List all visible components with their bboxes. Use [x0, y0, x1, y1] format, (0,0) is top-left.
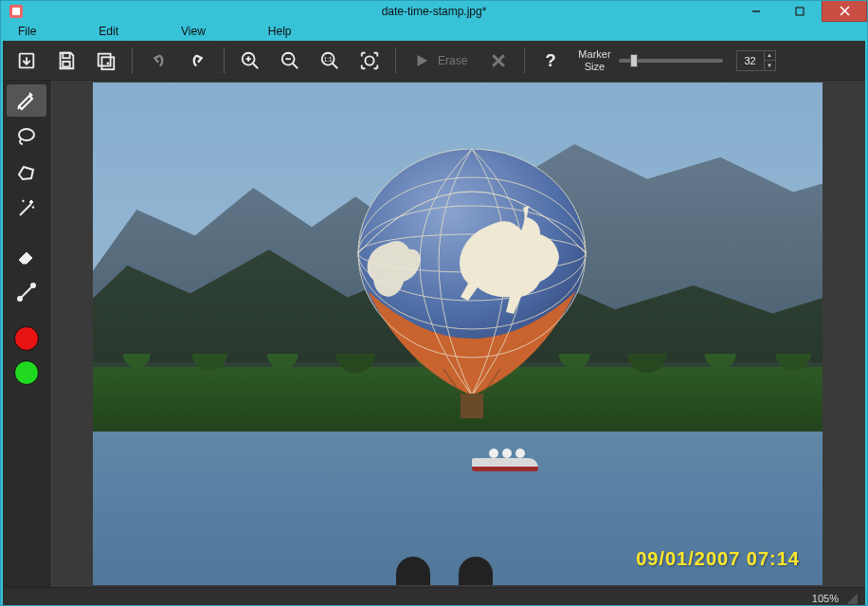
spinner-down[interactable]: ▼	[764, 61, 775, 70]
compare-button[interactable]	[88, 45, 124, 77]
close-button[interactable]	[822, 1, 867, 22]
main-toolbar: 1:1 Erase ? MarkerSize 32 ▲▼	[3, 41, 865, 81]
svg-rect-35	[461, 394, 483, 418]
resize-grip-icon[interactable]	[846, 593, 858, 604]
svg-point-28	[31, 284, 35, 287]
marker-size-value[interactable]: 32	[737, 51, 764, 70]
svg-rect-7	[63, 52, 69, 58]
save-button[interactable]	[48, 45, 84, 77]
menu-view[interactable]: View	[173, 22, 213, 41]
spinner-up[interactable]: ▲	[764, 51, 775, 62]
svg-line-29	[22, 287, 32, 298]
maximize-button[interactable]	[778, 1, 822, 22]
help-button[interactable]: ?	[533, 45, 569, 77]
zoom-level: 105%	[812, 593, 839, 604]
menu-edit[interactable]: Edit	[91, 22, 126, 41]
scene-foreground	[396, 557, 493, 585]
scene-balloon	[349, 149, 595, 433]
scene-boat	[472, 458, 538, 471]
undo-button[interactable]	[140, 45, 176, 77]
menu-help[interactable]: Help	[261, 22, 299, 41]
canvas-viewport[interactable]: 09/01/2007 07:14	[50, 81, 865, 587]
status-bar: 105%	[3, 587, 865, 606]
cancel-button[interactable]	[480, 45, 516, 77]
marker-size-slider[interactable]	[619, 59, 723, 63]
zoom-fit-button[interactable]	[352, 45, 388, 77]
marker-tool[interactable]	[7, 84, 46, 117]
image-timestamp: 09/01/2007 07:14	[636, 548, 800, 570]
svg-point-11	[106, 62, 109, 64]
color-green-swatch[interactable]	[14, 360, 39, 385]
image-canvas[interactable]: 09/01/2007 07:14	[93, 83, 823, 585]
zoom-actual-button[interactable]: 1:1	[312, 45, 348, 77]
svg-point-27	[18, 297, 22, 301]
title-bar: date-time-stamp.jpg*	[1, 1, 867, 22]
zoom-out-button[interactable]	[272, 45, 308, 77]
svg-rect-8	[63, 61, 69, 66]
open-button[interactable]	[9, 45, 45, 77]
lasso-tool[interactable]	[7, 120, 46, 153]
zoom-in-button[interactable]	[232, 45, 268, 77]
slider-thumb[interactable]	[630, 54, 638, 67]
polygon-tool[interactable]	[7, 156, 46, 189]
menu-file[interactable]: File	[10, 22, 44, 41]
redo-button[interactable]	[180, 45, 216, 77]
svg-line-20	[333, 63, 338, 68]
marker-size-label: MarkerSize	[578, 48, 610, 71]
erase-button[interactable]: Erase	[404, 45, 477, 77]
magic-wand-tool[interactable]	[7, 193, 46, 225]
svg-rect-1	[12, 8, 20, 15]
svg-point-26	[19, 129, 34, 140]
workspace: 09/01/2007 07:14	[3, 81, 865, 587]
svg-line-17	[293, 63, 298, 68]
window-controls	[734, 1, 867, 22]
menu-bar: File Edit View Help	[1, 22, 867, 41]
tool-sidebar	[3, 81, 50, 587]
svg-line-13	[253, 63, 259, 68]
color-red-swatch[interactable]	[14, 326, 39, 351]
svg-rect-3	[796, 8, 804, 15]
svg-text:1:1: 1:1	[324, 55, 333, 62]
line-tool[interactable]	[7, 276, 46, 308]
app-icon	[9, 4, 24, 19]
erase-label: Erase	[438, 54, 467, 67]
eraser-tool[interactable]	[7, 240, 46, 272]
svg-text:?: ?	[546, 51, 556, 70]
marker-size-spinner[interactable]: 32 ▲▼	[736, 50, 776, 71]
minimize-button[interactable]	[734, 1, 778, 22]
svg-point-22	[365, 56, 373, 64]
